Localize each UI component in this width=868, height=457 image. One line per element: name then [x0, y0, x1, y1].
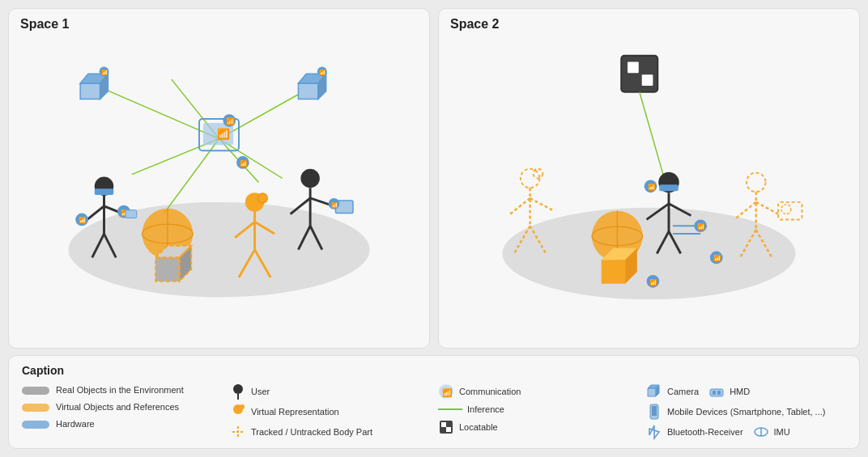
caption-virtual-objects: Virtual Objects and References [22, 400, 222, 413]
svg-rect-64 [628, 62, 639, 74]
spaces-row: Space 1 📶 📶 [8, 8, 860, 349]
locatable-label: Locatable [459, 422, 498, 432]
caption-box: Caption Real Objects in the Environment … [8, 355, 860, 449]
imu-icon [753, 424, 769, 440]
caption-hardware: Hardware [22, 417, 222, 430]
svg-text:📶: 📶 [697, 222, 705, 231]
svg-point-51 [300, 169, 320, 188]
svg-point-114 [240, 404, 245, 409]
caption-hmd: HMD [708, 383, 750, 400]
bluetooth-icon [646, 424, 662, 440]
mobile-label: Mobile Devices (Smartphone, Tablet, ...) [667, 407, 825, 417]
caption-grid: Real Objects in the Environment Virtual … [22, 383, 846, 440]
svg-text:📶: 📶 [226, 116, 235, 126]
svg-rect-65 [642, 62, 653, 74]
svg-rect-127 [713, 391, 716, 395]
svg-marker-38 [155, 257, 179, 281]
svg-text:📶: 📶 [319, 69, 326, 76]
communication-label: Communication [459, 387, 521, 396]
hardware-label: Hardware [56, 419, 95, 429]
user-label: User [251, 387, 270, 396]
camera-icon [646, 383, 662, 400]
svg-marker-13 [80, 83, 100, 99]
svg-rect-130 [652, 406, 657, 416]
virtual-objects-icon [22, 400, 51, 413]
svg-rect-34 [126, 210, 137, 218]
svg-point-0 [68, 202, 369, 298]
caption-tracked: Tracked / Untracked Body Part [230, 424, 430, 440]
mobile-icon [646, 404, 662, 420]
caption-inference: Inference [438, 404, 638, 415]
virtual-rep-icon [230, 404, 246, 420]
svg-rect-110 [22, 421, 49, 429]
svg-text:📶: 📶 [79, 216, 87, 224]
svg-point-111 [233, 384, 243, 394]
real-objects-label: Real Objects in the Environment [56, 385, 184, 395]
svg-text:📶: 📶 [331, 201, 338, 209]
svg-text:📶: 📶 [442, 387, 453, 398]
svg-rect-108 [22, 387, 49, 395]
caption-mobile: Mobile Devices (Smartphone, Tablet, ...) [646, 404, 846, 420]
svg-line-102 [756, 202, 778, 214]
space1-box: Space 1 📶 📶 [8, 8, 430, 349]
svg-point-45 [257, 193, 267, 203]
svg-rect-24 [95, 188, 114, 195]
svg-rect-128 [717, 391, 721, 395]
tracked-icon [230, 424, 246, 440]
hmd-icon [708, 383, 725, 400]
caption-virtual-rep: Virtual Representation [230, 404, 430, 420]
main-container: Space 1 📶 📶 [0, 0, 868, 457]
svg-text:📶: 📶 [648, 183, 656, 191]
space2-box: Space 2 [438, 8, 860, 349]
inference-icon [438, 404, 462, 415]
virtual-rep-label: Virtual Representation [251, 407, 339, 417]
svg-text:📶: 📶 [240, 159, 248, 167]
imu-label: IMU [774, 427, 790, 437]
caption-camera: Camera [646, 383, 699, 400]
caption-communication: 📶 Communication [438, 383, 638, 400]
svg-line-73 [530, 198, 552, 210]
svg-rect-66 [628, 74, 639, 86]
svg-rect-109 [22, 404, 49, 412]
hmd-label: HMD [730, 387, 750, 396]
communication-icon: 📶 [438, 383, 454, 400]
svg-rect-122 [446, 427, 451, 432]
svg-line-101 [736, 202, 755, 218]
virtual-objects-label: Virtual Objects and References [56, 402, 179, 412]
svg-point-70 [534, 169, 543, 179]
real-objects-icon [22, 383, 51, 396]
caption-bluetooth: Bluetooth-Receiver [646, 424, 743, 440]
inference-label: Inference [467, 404, 504, 414]
svg-text:📶: 📶 [713, 254, 721, 262]
camera-label: Camera [667, 387, 699, 396]
caption-imu: IMU [753, 424, 790, 440]
locatable-icon [438, 419, 454, 435]
svg-rect-121 [441, 422, 446, 427]
svg-marker-131 [649, 425, 659, 438]
bluetooth-label: Bluetooth-Receiver [667, 427, 743, 437]
svg-marker-79 [602, 260, 625, 283]
svg-text:📶: 📶 [101, 69, 108, 76]
svg-text:📶: 📶 [649, 278, 657, 286]
svg-rect-67 [642, 74, 653, 86]
svg-point-106 [781, 205, 791, 214]
svg-rect-93 [659, 184, 679, 191]
caption-real-objects: Real Objects in the Environment [22, 383, 222, 396]
tracked-label: Tracked / Untracked Body Part [251, 427, 372, 437]
svg-line-1 [100, 87, 219, 139]
svg-point-99 [747, 173, 766, 193]
caption-title: Caption [22, 364, 846, 377]
caption-locatable: Locatable [438, 419, 638, 435]
user-icon [230, 383, 246, 400]
caption-user: User [230, 383, 430, 400]
hardware-icon [22, 417, 51, 430]
svg-marker-18 [298, 83, 317, 99]
svg-marker-123 [648, 388, 656, 396]
svg-rect-126 [710, 389, 723, 396]
svg-text:📶: 📶 [217, 128, 230, 141]
svg-rect-63 [621, 56, 657, 92]
svg-line-72 [510, 198, 530, 214]
